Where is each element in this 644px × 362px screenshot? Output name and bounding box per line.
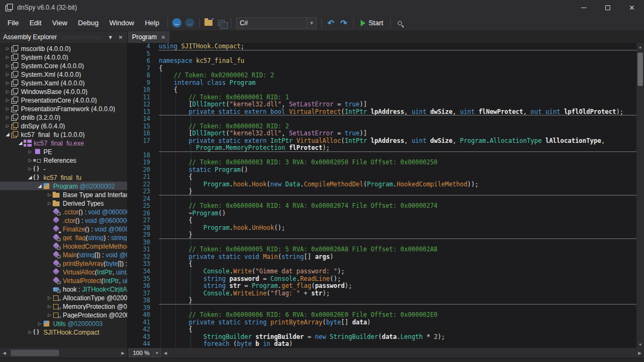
tab-close-icon[interactable]: ✕	[161, 34, 165, 40]
expander-icon[interactable]: ◢	[17, 140, 24, 146]
tree-item[interactable]: VirtualProtect(IntPtr, uint,	[0, 276, 127, 285]
code-text	[159, 305, 636, 312]
panel-menu-icon[interactable]: ▼	[107, 34, 114, 40]
tree-item[interactable]: ▷mscorlib (4.0.0.0)	[0, 44, 127, 53]
tree-item[interactable]: hook : JITHook<ClrjitAdd	[0, 285, 127, 293]
editor-vscrollbar[interactable]: ▲ ▼	[636, 43, 644, 348]
editor-hscrollbar[interactable]	[170, 348, 635, 358]
expander-icon[interactable]: ◢	[36, 183, 43, 189]
expander-icon[interactable]: ▷	[4, 46, 11, 51]
tree-item[interactable]: ◢kc57_final_fu	[0, 173, 127, 182]
panel-close-icon[interactable]: ✕	[118, 34, 124, 40]
expander-icon[interactable]: ▷	[4, 106, 11, 111]
tree-item[interactable]: HookedCompileMethod(	[0, 242, 127, 250]
scrollbar-thumb[interactable]	[638, 53, 643, 86]
tree-item[interactable]: ▷-	[0, 164, 127, 173]
start-debugging-button[interactable]: Start	[356, 17, 387, 30]
scroll-right-icon[interactable]: ▶	[635, 348, 644, 358]
scroll-left-icon[interactable]: ◀	[161, 348, 170, 358]
tree-item[interactable]: ▷System.Xaml (4.0.0.0)	[0, 78, 127, 87]
expander-icon[interactable]: ▷	[4, 63, 11, 68]
expander-icon[interactable]: ▷	[4, 55, 11, 60]
zoom-level-select[interactable]: 100 %	[129, 349, 153, 357]
expander-icon[interactable]: ▷	[4, 72, 11, 77]
search-assemblies-button[interactable]	[393, 17, 406, 30]
scroll-down-icon[interactable]: ▼	[636, 341, 644, 348]
scroll-right-icon[interactable]: ▶	[119, 348, 127, 358]
expander-icon[interactable]: ▷	[27, 158, 33, 163]
navigate-back-button[interactable]: ←	[171, 17, 184, 30]
tree-item[interactable]: printByteArray(byte[]) : st	[0, 259, 127, 267]
tree-item[interactable]: ▷SJITHook.Compact	[0, 328, 127, 336]
tree-item[interactable]: ▷WindowsBase (4.0.0.0)	[0, 87, 127, 96]
tree-item[interactable]: ▷PE	[0, 147, 127, 156]
expander-icon[interactable]: ▷	[4, 124, 11, 128]
close-button[interactable]: ✕	[620, 0, 644, 15]
expander-icon[interactable]: ▷	[4, 98, 11, 103]
menu-view[interactable]: View	[47, 15, 72, 31]
expander-icon[interactable]: ◢	[27, 175, 33, 180]
tab-program[interactable]: Program ✕	[128, 31, 170, 43]
expander-icon[interactable]: ▷	[4, 81, 11, 85]
navigate-forward-button[interactable]: →	[184, 17, 196, 30]
tree-item[interactable]: ▷AllocationType @0200000	[0, 293, 127, 302]
open-file-button[interactable]	[202, 17, 215, 30]
expander-icon[interactable]: ▷	[46, 304, 53, 309]
chevron-down-icon[interactable]: ▼	[153, 349, 161, 357]
menu-file[interactable]: File	[2, 15, 24, 31]
tree-item[interactable]: Finalize() : void @0600000	[0, 225, 127, 233]
menu-window[interactable]: Window	[104, 15, 140, 31]
tree-item[interactable]: .cctor() : void @06000003	[0, 207, 127, 216]
tree-item[interactable]: ▷Utils @02000003	[0, 319, 127, 328]
tree-item[interactable]: ▷PresentationFramework (4.0.0.0)	[0, 104, 127, 113]
tree-item[interactable]: ▷dnlib (3.2.0.0)	[0, 113, 127, 121]
language-combobox[interactable]: C# ▼	[236, 17, 317, 29]
tree-item[interactable]: ▷dnSpy (6.0.4.0)	[0, 121, 127, 130]
tree-item[interactable]: ◢kc57_final_fu.exe	[0, 139, 127, 147]
code-editor[interactable]: 4using SJITHook.Compact;56namespace kc57…	[128, 43, 636, 348]
tree-item[interactable]: VirtualAlloc(IntPtr, uint, P	[0, 267, 127, 276]
expander-icon[interactable]: ▷	[46, 313, 53, 317]
tree-item[interactable]: ◢kc57_final_fu (1.0.0.0)	[0, 130, 127, 139]
tree-item[interactable]: ▷System.Xml (4.0.0.0)	[0, 70, 127, 78]
method-icon	[53, 269, 61, 276]
tree-item[interactable]: .ctor() : void @06000009	[0, 216, 127, 225]
tree-item[interactable]: ▷PresentationCore (4.0.0.0)	[0, 96, 127, 104]
scrollbar-thumb[interactable]	[11, 350, 59, 356]
maximize-button[interactable]	[596, 0, 620, 15]
menu-debug[interactable]: Debug	[72, 15, 104, 31]
menu-edit[interactable]: Edit	[24, 15, 47, 31]
save-all-button[interactable]	[215, 17, 228, 30]
tree-item[interactable]: ▷MemoryProtection @020	[0, 302, 127, 310]
tree-item[interactable]: get_flag(string) : string @	[0, 233, 127, 242]
tree-item[interactable]: ▷Derived Types	[0, 199, 127, 207]
scroll-up-icon[interactable]: ▲	[636, 43, 644, 50]
expander-icon[interactable]: ▷	[36, 321, 43, 326]
expander-icon[interactable]: ▷	[4, 115, 11, 120]
tree-item[interactable]: ▷System (4.0.0.0)	[0, 53, 127, 61]
assembly-tree[interactable]: ▷mscorlib (4.0.0.0)▷System (4.0.0.0)▷Sys…	[0, 43, 127, 348]
expander-icon[interactable]: ▷	[27, 149, 33, 154]
expander-icon[interactable]: ▷	[4, 89, 11, 94]
tree-item[interactable]: ◢Program @02000002	[0, 182, 127, 190]
expander-icon[interactable]: ▷	[46, 295, 53, 300]
code-text: // Token: 0x06000004 RID: 4 RVA: 0x00002…	[159, 202, 636, 210]
tree-item[interactable]: ▷System.Core (4.0.0.0)	[0, 61, 127, 70]
expander-icon[interactable]: ▷	[46, 192, 53, 197]
tree-item[interactable]: ▷PageProtection @020000	[0, 310, 127, 319]
scroll-left-icon[interactable]: ◀	[0, 348, 9, 358]
expander-icon[interactable]: ▷	[46, 201, 53, 206]
expander-icon[interactable]: ▷	[27, 166, 33, 171]
expander-icon[interactable]: ▷	[27, 330, 33, 335]
redo-button[interactable]: ↷	[338, 17, 350, 30]
minimize-button[interactable]	[572, 0, 596, 15]
menu-help[interactable]: Help	[140, 15, 165, 31]
tree-item[interactable]: ▷Base Type and Interfaces	[0, 190, 127, 199]
line-number: 16	[128, 130, 159, 137]
undo-button[interactable]: ↶	[325, 17, 338, 30]
assembly-icon	[11, 122, 19, 129]
expander-icon[interactable]: ◢	[4, 132, 11, 137]
tree-item[interactable]: Main(string[]) : void @06	[0, 250, 127, 259]
tree-item[interactable]: ▷References	[0, 156, 127, 164]
explorer-hscrollbar[interactable]: ◀ ▶	[0, 348, 127, 358]
